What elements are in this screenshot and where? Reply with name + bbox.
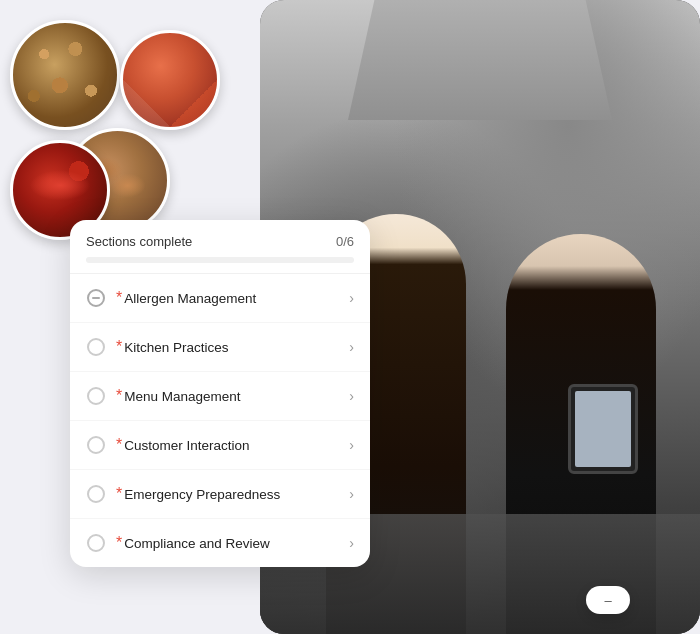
salmon-circle	[120, 30, 220, 130]
chevron-right-icon: ›	[349, 339, 354, 355]
progress-bar-bg	[86, 257, 354, 263]
section-icon-customer	[86, 435, 106, 455]
chevron-right-icon: ›	[349, 535, 354, 551]
required-dot: *	[116, 290, 122, 306]
sections-card: Sections complete 0/6 * Allergen Managem…	[70, 220, 370, 567]
section-icon-allergen	[86, 288, 106, 308]
minus-circle-icon	[87, 289, 105, 307]
progress-header: Sections complete 0/6	[70, 220, 370, 274]
circle-icon	[87, 485, 105, 503]
main-scene: Sections complete 0/6 * Allergen Managem…	[0, 0, 700, 634]
section-name-compliance: Compliance and Review	[124, 536, 349, 551]
section-item-allergen-management[interactable]: * Allergen Management ›	[70, 274, 370, 323]
section-icon-compliance	[86, 533, 106, 553]
section-item-compliance-review[interactable]: * Compliance and Review ›	[70, 519, 370, 567]
section-icon-kitchen	[86, 337, 106, 357]
section-icon-emergency	[86, 484, 106, 504]
progress-count: 0/6	[336, 234, 354, 249]
peanuts-circle	[10, 20, 120, 130]
chevron-right-icon: ›	[349, 437, 354, 453]
collapse-button[interactable]: –	[586, 586, 630, 614]
circle-icon	[87, 387, 105, 405]
circle-icon	[87, 436, 105, 454]
vent-hood	[348, 0, 612, 120]
progress-top-row: Sections complete 0/6	[86, 234, 354, 249]
section-item-customer-interaction[interactable]: * Customer Interaction ›	[70, 421, 370, 470]
chevron-right-icon: ›	[349, 486, 354, 502]
food-circles-group	[10, 20, 240, 250]
section-icon-menu	[86, 386, 106, 406]
circle-icon	[87, 534, 105, 552]
tablet	[568, 384, 638, 474]
tablet-screen	[575, 391, 631, 467]
required-dot: *	[116, 339, 122, 355]
required-dot: *	[116, 535, 122, 551]
section-name-allergen: Allergen Management	[124, 291, 349, 306]
section-name-menu: Menu Management	[124, 389, 349, 404]
progress-label: Sections complete	[86, 234, 192, 249]
section-item-menu-management[interactable]: * Menu Management ›	[70, 372, 370, 421]
collapse-button-label: –	[604, 593, 611, 608]
section-name-customer: Customer Interaction	[124, 438, 349, 453]
section-name-emergency: Emergency Preparedness	[124, 487, 349, 502]
circle-icon	[87, 338, 105, 356]
chevron-right-icon: ›	[349, 388, 354, 404]
required-dot: *	[116, 388, 122, 404]
chevron-right-icon: ›	[349, 290, 354, 306]
section-item-kitchen-practices[interactable]: * Kitchen Practices ›	[70, 323, 370, 372]
section-item-emergency-preparedness[interactable]: * Emergency Preparedness ›	[70, 470, 370, 519]
required-dot: *	[116, 437, 122, 453]
section-name-kitchen: Kitchen Practices	[124, 340, 349, 355]
required-dot: *	[116, 486, 122, 502]
